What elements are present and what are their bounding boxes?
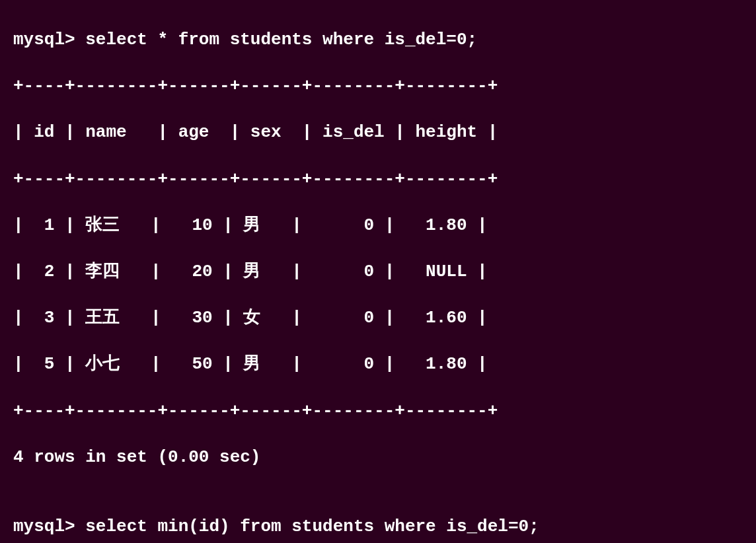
query1-border-top: +----+--------+------+------+--------+--… [13, 75, 743, 98]
table-row: | 1 | 张三 | 10 | 男 | 0 | 1.80 | [13, 214, 743, 237]
table-row: | 2 | 李四 | 20 | 男 | 0 | NULL | [13, 260, 743, 283]
query1-status: 4 rows in set (0.00 sec) [13, 446, 743, 469]
query1-header-row: | id | name | age | sex | is_del | heigh… [13, 121, 743, 144]
table-row: | 5 | 小七 | 50 | 男 | 0 | 1.80 | [13, 353, 743, 376]
query1-command-line: mysql> select * from students where is_d… [13, 28, 743, 52]
query1-border-bottom: +----+--------+------+------+--------+--… [13, 400, 743, 423]
table-row: | 3 | 王五 | 30 | 女 | 0 | 1.60 | [13, 307, 743, 330]
query2-sql: select min(id) from students where is_de… [85, 517, 539, 536]
query1-border-mid: +----+--------+------+------+--------+--… [13, 168, 743, 191]
mysql-prompt: mysql> [13, 517, 85, 536]
query1-sql: select * from students where is_del=0; [85, 30, 477, 50]
terminal-output: mysql> select * from students where is_d… [13, 5, 743, 543]
mysql-prompt: mysql> [13, 30, 85, 50]
query2-command-line: mysql> select min(id) from students wher… [13, 515, 743, 538]
